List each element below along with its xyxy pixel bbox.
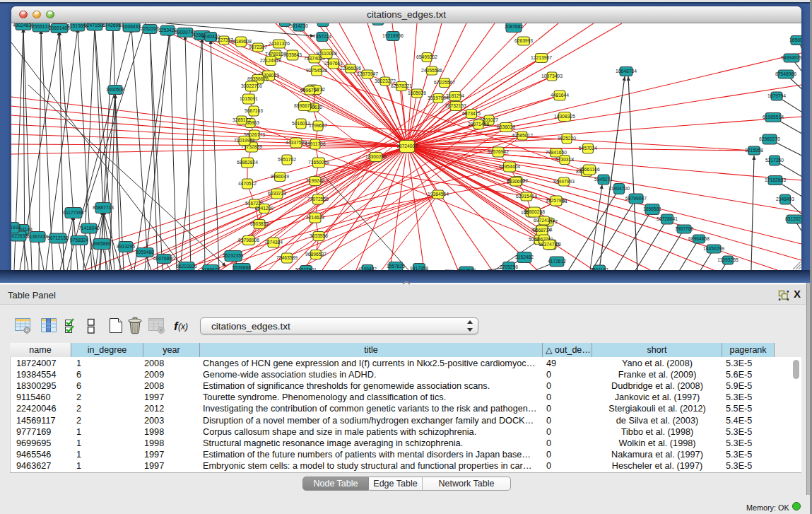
svg-text:8022633: 8022633 bbox=[11, 233, 28, 238]
svg-text:24101326: 24101326 bbox=[269, 41, 290, 46]
svg-text:16661166: 16661166 bbox=[579, 167, 600, 172]
svg-text:96896537: 96896537 bbox=[305, 252, 326, 257]
svg-text:82960270: 82960270 bbox=[759, 136, 780, 141]
svg-text:1557625: 1557625 bbox=[387, 264, 405, 269]
svg-text:36023272: 36023272 bbox=[375, 78, 396, 83]
svg-text:5345271: 5345271 bbox=[594, 177, 613, 182]
svg-text:1605926: 1605926 bbox=[408, 90, 426, 95]
svg-text:71418040: 71418040 bbox=[78, 226, 100, 230]
svg-text:7199240: 7199240 bbox=[306, 178, 324, 183]
svg-text:2087682: 2087682 bbox=[505, 24, 523, 29]
svg-text:17182863: 17182863 bbox=[765, 177, 786, 182]
svg-text:71650059: 71650059 bbox=[308, 160, 329, 165]
svg-text:98800258: 98800258 bbox=[524, 209, 545, 214]
svg-text:5457024: 5457024 bbox=[579, 146, 597, 151]
svg-text:61985514: 61985514 bbox=[763, 115, 784, 119]
svg-text:4198482: 4198482 bbox=[358, 267, 377, 270]
svg-text:65499202: 65499202 bbox=[416, 54, 437, 59]
svg-text:61177398: 61177398 bbox=[63, 210, 84, 215]
svg-text:2555137: 2555137 bbox=[32, 24, 50, 29]
svg-text:31904700: 31904700 bbox=[608, 186, 630, 191]
svg-text:8980049: 8980049 bbox=[271, 174, 289, 179]
svg-text:67426968: 67426968 bbox=[102, 23, 124, 28]
svg-text:5330697: 5330697 bbox=[507, 179, 525, 184]
svg-text:2348493: 2348493 bbox=[776, 197, 794, 201]
svg-text:(x): (x) bbox=[178, 322, 188, 332]
svg-text:5014230: 5014230 bbox=[290, 23, 308, 28]
svg-text:56728641: 56728641 bbox=[657, 216, 678, 221]
svg-text:6503835: 6503835 bbox=[250, 221, 269, 226]
svg-text:8059480: 8059480 bbox=[136, 250, 154, 255]
svg-text:7901182: 7901182 bbox=[590, 267, 608, 270]
svg-text:68799047: 68799047 bbox=[625, 196, 647, 201]
svg-text:30022700: 30022700 bbox=[241, 83, 262, 88]
svg-text:12213967: 12213967 bbox=[531, 55, 552, 60]
svg-text:84447943: 84447943 bbox=[553, 179, 575, 184]
svg-text:11093235: 11093235 bbox=[717, 257, 739, 262]
svg-text:6873475: 6873475 bbox=[462, 111, 481, 116]
svg-text:44337599: 44337599 bbox=[286, 140, 307, 145]
svg-text:19384554: 19384554 bbox=[428, 192, 449, 197]
svg-text:4071933: 4071933 bbox=[11, 225, 20, 230]
svg-text:5804578: 5804578 bbox=[457, 268, 476, 270]
svg-text:61397438: 61397438 bbox=[27, 234, 48, 239]
svg-text:49024836: 49024836 bbox=[13, 23, 34, 28]
svg-text:9317358: 9317358 bbox=[410, 266, 428, 270]
svg-text:1679794: 1679794 bbox=[767, 93, 786, 98]
svg-text:94994979: 94994979 bbox=[781, 55, 801, 60]
svg-text:66202820: 66202820 bbox=[176, 264, 197, 269]
svg-text:5186673: 5186673 bbox=[201, 267, 220, 270]
svg-text:1015091: 1015091 bbox=[240, 96, 258, 101]
svg-text:2181294: 2181294 bbox=[446, 93, 464, 98]
svg-text:79841650: 79841650 bbox=[546, 150, 567, 155]
svg-text:1656036: 1656036 bbox=[789, 37, 801, 42]
svg-text:39971458: 39971458 bbox=[468, 122, 489, 127]
svg-text:88966731: 88966731 bbox=[294, 103, 315, 108]
svg-text:2252207: 2252207 bbox=[141, 26, 159, 31]
svg-text:8312027: 8312027 bbox=[785, 216, 801, 221]
svg-text:10648784: 10648784 bbox=[616, 69, 637, 74]
svg-text:4214623: 4214623 bbox=[306, 215, 324, 220]
svg-text:1006433: 1006433 bbox=[122, 24, 141, 29]
svg-text:5951702: 5951702 bbox=[278, 157, 296, 162]
svg-text:9668714: 9668714 bbox=[533, 228, 551, 233]
svg-text:2597661: 2597661 bbox=[324, 61, 343, 66]
svg-text:56712158: 56712158 bbox=[47, 235, 69, 240]
svg-text:3285172: 3285172 bbox=[233, 117, 251, 122]
svg-text:10973493: 10973493 bbox=[541, 74, 563, 78]
svg-text:18724007: 18724007 bbox=[396, 144, 418, 148]
svg-text:1799667: 1799667 bbox=[309, 123, 327, 128]
svg-text:9758324: 9758324 bbox=[70, 238, 88, 243]
svg-text:71019981: 71019981 bbox=[234, 138, 255, 143]
svg-text:67225567: 67225567 bbox=[434, 80, 455, 85]
svg-text:9072307: 9072307 bbox=[249, 45, 267, 49]
svg-text:90110008: 90110008 bbox=[316, 51, 337, 56]
svg-text:8913295: 8913295 bbox=[117, 244, 135, 249]
svg-text:18308325: 18308325 bbox=[554, 114, 575, 119]
svg-text:9035843: 9035843 bbox=[283, 52, 302, 57]
svg-text:5016012: 5016012 bbox=[292, 121, 310, 126]
svg-text:64954404: 64954404 bbox=[499, 164, 520, 169]
svg-text:1056581: 1056581 bbox=[643, 206, 661, 211]
svg-text:19218906: 19218906 bbox=[382, 33, 404, 38]
svg-text:55232351: 55232351 bbox=[223, 253, 244, 258]
svg-text:9925220: 9925220 bbox=[558, 136, 576, 141]
svg-text:6096754: 6096754 bbox=[300, 88, 319, 93]
svg-text:28732153: 28732153 bbox=[445, 103, 466, 108]
svg-text:5730318: 5730318 bbox=[555, 157, 574, 162]
svg-text:85887713: 85887713 bbox=[93, 205, 114, 210]
svg-text:82578221: 82578221 bbox=[391, 83, 412, 88]
svg-text:3633556: 3633556 bbox=[310, 233, 328, 238]
svg-text:18300295: 18300295 bbox=[365, 154, 387, 159]
svg-text:53527901: 53527901 bbox=[295, 267, 317, 270]
svg-text:62915414: 62915414 bbox=[516, 194, 537, 199]
svg-text:3152482: 3152482 bbox=[515, 255, 534, 259]
svg-text:73257930: 73257930 bbox=[546, 198, 567, 203]
svg-text:83798906: 83798906 bbox=[238, 238, 259, 243]
svg-text:4965880: 4965880 bbox=[93, 241, 111, 246]
svg-text:4172612: 4172612 bbox=[548, 259, 566, 264]
svg-text:46189608: 46189608 bbox=[230, 39, 252, 44]
svg-text:68964658: 68964658 bbox=[688, 236, 710, 241]
svg-text:4470512: 4470512 bbox=[238, 181, 257, 186]
svg-text:18374775: 18374775 bbox=[539, 242, 560, 247]
